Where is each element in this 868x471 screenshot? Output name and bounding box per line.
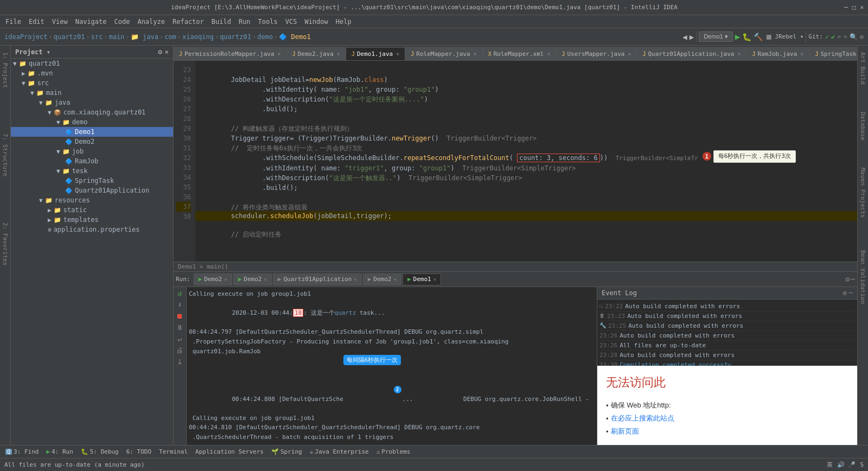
tree-item-java[interactable]: ▼ 📁 java <box>11 98 173 107</box>
tab-rolemapper[interactable]: J RoleMapper.java × <box>405 47 482 60</box>
git-undo-icon[interactable]: ↶ <box>837 33 841 41</box>
breadcrumb-quartz01-pkg[interactable]: quartz01 <box>220 33 251 41</box>
tree-item-job[interactable]: ▼ 📁 job <box>11 147 173 156</box>
menu-view[interactable]: View <box>49 17 71 27</box>
art-build-panel-label[interactable]: Art Build <box>858 48 867 89</box>
favorites-panel-label[interactable]: 2: Favorites <box>1 218 10 270</box>
tree-item-resources[interactable]: ▼ 📁 resources <box>11 195 173 205</box>
debug-button[interactable]: 🐛 <box>742 33 751 41</box>
tree-item-demo1[interactable]: 🔷 Demo1 <box>11 127 173 137</box>
tab-close-icon[interactable]: × <box>393 277 396 282</box>
code-content[interactable]: JobDetail jobDetail=newJob(RamJob.class)… <box>195 61 857 262</box>
breadcrumb-com[interactable]: com <box>164 33 176 41</box>
run-config-selector[interactable]: Demo1 ▾ <box>699 31 733 42</box>
toolbar-forward-icon[interactable]: ▶ <box>690 33 694 41</box>
tree-item-demo[interactable]: ▼ 📁 demo <box>11 117 173 127</box>
event-trash-icon[interactable]: 🗑 <box>599 313 605 319</box>
git-check-icon[interactable]: ✓ <box>825 33 829 41</box>
tab-close-icon[interactable]: × <box>737 51 741 57</box>
search-everywhere-icon[interactable]: 🔍 <box>850 33 858 41</box>
maximize-button[interactable]: □ <box>852 4 856 11</box>
run-minimize-icon[interactable]: ─ <box>851 275 855 283</box>
breadcrumb-java[interactable]: 📁 java <box>131 33 158 41</box>
app-servers-strip-button[interactable]: Application Servers <box>192 447 267 456</box>
stop-icon[interactable]: ⏹ <box>176 312 183 320</box>
tab-close-icon[interactable]: × <box>278 51 281 57</box>
bottom-tab-demo2-2[interactable]: ▶ Demo2 × <box>233 273 272 285</box>
bottom-tab-demo2-1[interactable]: ▶ Demo2 × <box>194 273 232 285</box>
settings-icon[interactable]: ⚙ <box>860 33 864 41</box>
tree-item-quartz01[interactable]: ▼ 📁 quartz01 <box>11 59 173 68</box>
tab-close-icon[interactable]: × <box>224 277 227 282</box>
git-redo-icon[interactable]: ↷ <box>844 33 847 41</box>
tree-item-app-properties[interactable]: ⚙ application.properties <box>11 225 173 234</box>
bottom-tab-demo1[interactable]: ▶ Demo1 × <box>403 273 441 285</box>
terminal-strip-button[interactable]: Terminal <box>156 447 191 456</box>
menu-file[interactable]: File <box>2 17 24 27</box>
tab-close-icon[interactable]: × <box>337 51 340 57</box>
tree-item-package[interactable]: ▼ 📦 com.xiaoqing.quartz01 <box>11 107 173 117</box>
tab-close-icon[interactable]: × <box>800 51 803 57</box>
event-log-settings-icon[interactable]: ⚙ <box>843 289 847 297</box>
breadcrumb-quartz01[interactable]: quartz01 <box>54 33 85 41</box>
web-item-refresh[interactable]: 刷新页面 <box>606 427 848 436</box>
tab-quartz01app[interactable]: J Quartz01Application.java × <box>637 47 746 60</box>
git-tick-icon[interactable]: ✔ <box>831 33 835 41</box>
tab-springtask[interactable]: J SpringTask.java × <box>809 47 857 60</box>
menu-refactor[interactable]: Refactor <box>169 17 207 27</box>
tree-item-tesk[interactable]: ▼ 📁 tesk <box>11 166 173 176</box>
menu-help[interactable]: Help <box>333 17 355 27</box>
menu-window[interactable]: Window <box>301 17 331 27</box>
spring-strip-button[interactable]: 🌱 Spring <box>268 447 305 456</box>
menu-code[interactable]: Code <box>111 17 133 27</box>
menu-edit[interactable]: Edit <box>25 17 48 27</box>
run-strip-button[interactable]: ▶ 4: Run <box>43 447 76 456</box>
tab-ramjob[interactable]: J RamJob.java × <box>746 47 809 60</box>
breadcrumb-project[interactable]: ideaProject <box>4 33 47 41</box>
menu-build[interactable]: Build <box>208 17 234 27</box>
bottom-tab-quartz01app[interactable]: ▶ Quartz01Application × <box>273 273 362 285</box>
run-console[interactable]: Calling execute on job group1.job1 2020-… <box>187 287 597 445</box>
print-icon[interactable]: 🖨 <box>176 346 183 354</box>
maven-projects-panel-label[interactable]: Maven Projects <box>858 163 867 222</box>
close-button[interactable]: ✕ <box>860 4 864 11</box>
tab-close-icon[interactable]: × <box>474 51 477 57</box>
toolbar-back-icon[interactable]: ◀ <box>682 33 687 41</box>
tab-rolemapper-xml[interactable]: X RoleMapper.xml × <box>483 47 557 60</box>
scroll-to-end-icon[interactable]: ⤓ <box>177 358 183 366</box>
todo-strip-button[interactable]: 6: TODO <box>123 447 155 456</box>
event-log-minimize-icon[interactable]: ─ <box>849 289 853 297</box>
build-button[interactable]: 🔨 <box>754 33 763 41</box>
tree-item-springtask[interactable]: 🔷 SpringTask <box>11 176 173 186</box>
tab-close-icon[interactable]: × <box>354 277 356 282</box>
bean-validation-panel-label[interactable]: Bean Validation <box>858 246 867 308</box>
code-editor[interactable]: 23 24 25 26 27 28 29 30 31 32 33 34 35 3… <box>174 61 857 262</box>
structure-panel-label[interactable]: 7: Structure <box>1 129 10 181</box>
menu-vcs[interactable]: VCS <box>282 17 301 27</box>
tree-item-src[interactable]: ▼ 📁 src <box>11 78 173 88</box>
find-button[interactable]: Q 3: Find <box>2 447 42 456</box>
pause-icon[interactable]: ⏸ <box>176 323 183 332</box>
tab-close-icon[interactable]: × <box>396 51 399 57</box>
run-button[interactable]: ▶ <box>735 31 741 42</box>
tab-close-icon[interactable]: × <box>547 51 550 57</box>
sidebar-action-close[interactable]: × <box>164 48 169 56</box>
tree-item-main[interactable]: ▼ 📁 main <box>11 88 173 98</box>
scroll-down-icon[interactable]: ⬇ <box>178 301 182 309</box>
breadcrumb-main[interactable]: main <box>109 33 125 41</box>
web-item-search[interactable]: 在必应上搜索此站点 <box>606 413 848 423</box>
stop-button[interactable]: ⏹ <box>765 33 773 41</box>
tree-item-ramjob[interactable]: 🔷 RamJob <box>11 156 173 166</box>
tree-item-mvn[interactable]: ▶ 📁 .mvn <box>11 68 173 78</box>
tree-item-demo2[interactable]: 🔷 Demo2 <box>11 137 173 147</box>
java-enterprise-strip-button[interactable]: ☕ Java Enterprise <box>307 447 372 456</box>
tree-item-templates[interactable]: ▶ 📁 templates <box>11 215 173 225</box>
breadcrumb-demo1[interactable]: 🔷 Demo1 <box>279 33 310 41</box>
soft-wrap-icon[interactable]: ↵ <box>178 335 182 343</box>
tab-close-icon[interactable]: × <box>264 277 266 282</box>
restart-icon[interactable]: ↺ <box>178 289 182 297</box>
minimize-button[interactable]: ─ <box>844 4 848 11</box>
problems-strip-button[interactable]: ⚠ Problems <box>373 447 414 456</box>
sidebar-action-gear[interactable]: ⚙ <box>158 48 162 56</box>
event-message-link[interactable]: Compilation completed successfu <box>620 361 731 366</box>
